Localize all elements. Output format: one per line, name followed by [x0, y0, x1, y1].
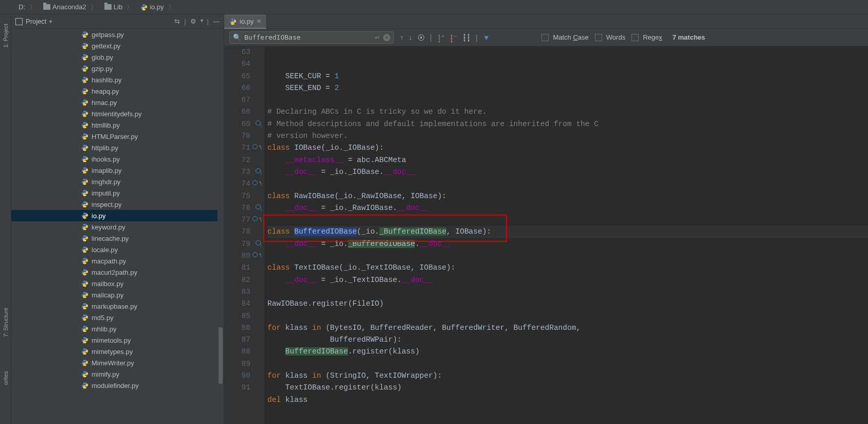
code-line[interactable]	[267, 310, 868, 322]
clear-search-icon[interactable]: ✕	[383, 34, 390, 41]
python-file-icon	[81, 269, 88, 276]
tree-item[interactable]: gettext.py	[11, 40, 224, 51]
python-file-icon	[81, 337, 88, 344]
tree-item[interactable]: macpath.py	[11, 255, 224, 267]
code-line[interactable]: SEEK_CUR = 1	[267, 70, 868, 82]
code-line[interactable]: # version however.	[267, 130, 868, 142]
tool-structure-tab[interactable]: 7: Structure	[2, 304, 10, 341]
tree-item[interactable]: htmllib.py	[11, 119, 224, 131]
code-line[interactable]: # Declaring ABCs in C is tricky so we do…	[267, 106, 868, 118]
tree-item[interactable]: mimify.py	[11, 368, 224, 380]
find-input[interactable]	[244, 33, 372, 41]
code-line[interactable]: __doc__ = _io._IOBase.__doc__	[267, 166, 868, 178]
tree-item[interactable]: heapq.py	[11, 85, 224, 97]
tree-item[interactable]: mailbox.py	[11, 278, 224, 289]
crumb-label: Anaconda2	[52, 3, 86, 11]
chevron-right-icon: 〉	[168, 3, 175, 12]
match-case-checkbox[interactable]: Match Case	[541, 33, 588, 41]
tree-item[interactable]: HTMLParser.py	[11, 131, 224, 142]
tree-item[interactable]: inspect.py	[11, 199, 224, 210]
tree-item[interactable]: imaplib.py	[11, 165, 224, 176]
tree-item[interactable]: ihooks.py	[11, 153, 224, 165]
code-line[interactable]	[267, 250, 868, 262]
tool-favorites-tab[interactable]: orites	[2, 367, 10, 389]
tree-item[interactable]: getpass.py	[11, 29, 224, 40]
regex-checkbox[interactable]: Regex	[631, 33, 662, 41]
select-all-occurrences-icon[interactable]: ┇┇	[462, 33, 471, 42]
collapse-all-icon[interactable]: ⇆	[174, 17, 180, 25]
code-line[interactable]: class TextIOBase(_io._TextIOBase, IOBase…	[267, 262, 868, 274]
code-line[interactable]	[267, 286, 868, 298]
tree-item[interactable]: mhlib.py	[11, 323, 224, 334]
tree-item[interactable]: macurl2path.py	[11, 267, 224, 278]
tree-item[interactable]: MimeWriter.py	[11, 357, 224, 368]
code-line[interactable]: RawIOBase.register(FileIO)	[267, 298, 868, 310]
code-line[interactable]: for klass in (StringIO, TextIOWrapper):	[267, 370, 868, 382]
crumb-anaconda2[interactable]: Anaconda2 〉	[40, 2, 100, 13]
tree-item[interactable]: locale.py	[11, 244, 224, 255]
tree-item[interactable]: httplib.py	[11, 142, 224, 153]
code-line[interactable]	[267, 214, 868, 226]
tree-item[interactable]: mailcap.py	[11, 289, 224, 301]
code-line[interactable]	[267, 406, 868, 418]
tree-item-label: inspect.py	[92, 201, 122, 208]
find-in-selection-icon[interactable]: ⦿	[418, 33, 425, 42]
code-line[interactable]: class IOBase(_io._IOBase):	[267, 142, 868, 154]
prev-match-icon[interactable]: ↑	[400, 33, 404, 42]
crumb-iopy[interactable]: io.py 〉	[137, 2, 177, 13]
code-line[interactable]: # Method descriptions and default implem…	[267, 118, 868, 130]
code-line[interactable]: del klass	[267, 394, 868, 406]
tool-project-tab[interactable]: 1: Project	[2, 20, 10, 51]
gutter[interactable]: 63646566676869↓7071*↑7273↓74*↑7576↓77*↑7…	[224, 46, 264, 424]
tree-item[interactable]: md5.py	[11, 312, 224, 323]
tree-item[interactable]: mimetools.py	[11, 334, 224, 346]
tree-item[interactable]: markupbase.py	[11, 301, 224, 312]
code-line[interactable]: __doc__ = _io._RawIOBase.__doc__	[267, 202, 868, 214]
add-occurrence-icon[interactable]: ┇+	[437, 32, 445, 43]
tree-item[interactable]: mimetypes.py	[11, 346, 224, 357]
tree-item-label: hashlib.py	[92, 76, 122, 84]
crumb-label: io.py	[150, 3, 164, 11]
code-line[interactable]: SEEK_END = 2	[267, 82, 868, 94]
tree-item[interactable]: linecache.py	[11, 233, 224, 244]
tree-item[interactable]: imputil.py	[11, 187, 224, 199]
remove-occurrence-icon[interactable]: ┇−	[449, 32, 457, 43]
code-line[interactable]: __metaclass__ = abc.ABCMeta	[267, 154, 868, 166]
gear-icon[interactable]: ⚙	[190, 17, 196, 25]
tree-item[interactable]: gzip.py	[11, 63, 224, 74]
code-line[interactable]: class BufferedIOBase(_io._BufferedIOBase…	[267, 226, 868, 238]
tree-item[interactable]: hashlib.py	[11, 74, 224, 85]
crumb-drive[interactable]: D: 〉	[15, 2, 39, 13]
filter-icon[interactable]: ▼	[483, 33, 490, 42]
tree-item[interactable]: io.py	[11, 210, 224, 221]
code-area[interactable]: SEEK_CUR = 1 SEEK_CUR = 1 SEEK_END = 2 #…	[264, 46, 868, 424]
tree-item[interactable]: imghdr.py	[11, 176, 224, 187]
code-line[interactable]	[267, 358, 868, 370]
tree-item[interactable]: modulefinder.py	[11, 380, 224, 391]
tree-item[interactable]: glob.py	[11, 51, 224, 63]
tree-item[interactable]: htmlentitydefs.py	[11, 108, 224, 119]
code-line[interactable]: __doc__ = _io._TextIOBase.__doc__	[267, 274, 868, 286]
code-line[interactable]	[267, 178, 868, 190]
file-tree[interactable]: getpass.pygettext.pyglob.pygzip.pyhashli…	[11, 29, 224, 424]
code-line[interactable]: for klass in (BytesIO, BufferedReader, B…	[267, 322, 868, 334]
tree-item[interactable]: hmac.py	[11, 97, 224, 108]
close-tab-icon[interactable]: ✕	[257, 18, 261, 25]
next-match-icon[interactable]: ↓	[409, 33, 412, 42]
words-checkbox[interactable]: Words	[595, 33, 625, 41]
editor-body[interactable]: 63646566676869↓7071*↑7273↓74*↑7576↓77*↑7…	[224, 46, 868, 424]
crumb-lib[interactable]: Lib 〉	[101, 2, 136, 13]
vertical-scrollbar[interactable]	[218, 29, 224, 424]
editor-tab-iopy[interactable]: io.py ✕	[224, 14, 267, 28]
code-line[interactable]: TextIOBase.register(klass)	[267, 382, 868, 394]
code-line[interactable]: BufferedRWPair):	[267, 334, 868, 346]
code-line[interactable]: class RawIOBase(_io._RawIOBase, IOBase):	[267, 190, 868, 202]
code-line[interactable]	[267, 94, 868, 106]
code-line[interactable]: BufferedIOBase.register(klass)	[267, 346, 868, 358]
code-line[interactable]: __doc__ = _io._BufferedIOBase.__doc__	[267, 238, 868, 250]
tree-item[interactable]: keyword.py	[11, 221, 224, 233]
scrollbar-thumb[interactable]	[219, 327, 223, 384]
hide-panel-icon[interactable]: —	[213, 17, 220, 25]
gear-dropdown-icon[interactable]: ▾	[201, 17, 203, 25]
dropdown-arrow-icon[interactable]: ▾	[49, 19, 52, 24]
